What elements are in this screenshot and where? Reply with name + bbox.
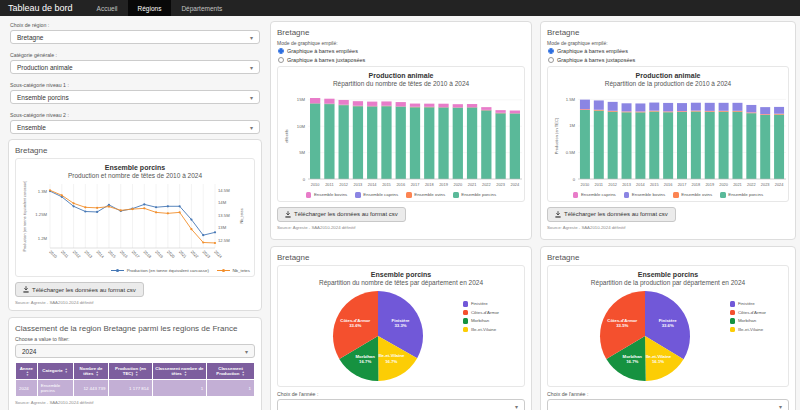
bar-segment xyxy=(353,106,363,179)
data-point xyxy=(61,194,63,196)
bar-segment xyxy=(746,105,756,112)
radio-selected-icon xyxy=(548,48,554,54)
legend-line-marker xyxy=(217,268,230,273)
column-header-classement-prod[interactable]: Classement Production▲▼ xyxy=(207,363,255,380)
data-point xyxy=(190,218,192,220)
download-csv-button[interactable]: Télécharger les données au format csv xyxy=(547,207,676,222)
y-tick-label: 0 xyxy=(573,177,576,182)
legend-item[interactable]: Finistère xyxy=(463,301,499,307)
chart-legend: FinistèreCôtes-d'ArmorMorbihanIlle-et-Vi… xyxy=(730,301,766,332)
legend-swatch xyxy=(573,192,579,198)
subcategory2-select[interactable]: Ensemble ▾ xyxy=(10,120,260,134)
tab-departements[interactable]: Départements xyxy=(171,0,232,16)
legend-item[interactable]: Finistère xyxy=(730,301,766,307)
column-header-annee[interactable]: Annee▲▼ xyxy=(16,363,38,380)
bar-segment xyxy=(580,100,590,109)
tab-accueil[interactable]: Accueil xyxy=(87,0,128,16)
legend-item[interactable]: Ensemble porcins xyxy=(720,192,763,198)
y-tick-label: 1.3M xyxy=(38,189,48,194)
region-select[interactable]: Bretagne ▾ xyxy=(10,30,260,44)
legend-item[interactable]: Ensemble porcins xyxy=(453,192,496,198)
bar-segment xyxy=(774,114,784,115)
legend-label: Morbihan xyxy=(738,318,756,323)
radio-stacked-bars[interactable]: Graphique à barres empilées xyxy=(278,48,525,54)
chevron-down-icon: ▾ xyxy=(779,403,782,410)
category-select[interactable]: Production animale ▾ xyxy=(10,60,260,74)
legend-line-marker xyxy=(111,268,124,273)
legend-item[interactable]: Côtes-d'Armor xyxy=(730,310,766,316)
subcategory2-select-value: Ensemble xyxy=(17,124,46,131)
radio-grouped-bars[interactable]: Graphique à barres juxtaposées xyxy=(278,57,525,63)
legend-item[interactable]: Ensemble ovins xyxy=(673,192,712,198)
legend-item[interactable]: Ensemble bovins xyxy=(306,192,347,198)
bar-segment xyxy=(691,111,701,112)
legend-swatch xyxy=(730,318,736,324)
download-csv-button[interactable]: Télécharger les données au format csv xyxy=(277,207,406,222)
legend-item[interactable]: Ensemble caprins xyxy=(573,192,616,198)
legend-item[interactable]: Ensemble bovins xyxy=(624,192,665,198)
x-tick-label: 2015 xyxy=(650,182,659,187)
bar-segment xyxy=(424,107,434,179)
sort-icon: ▲▼ xyxy=(184,371,187,377)
legend-item[interactable]: Côtes-d'Armor xyxy=(463,310,499,316)
chart-title: Production animale xyxy=(552,71,784,80)
tab-regions[interactable]: Régions xyxy=(128,0,172,16)
legend-label: Ille-et-Vilaine xyxy=(471,327,496,332)
data-point xyxy=(179,205,181,207)
column-header-categorie[interactable]: Categorie▲▼ xyxy=(37,363,73,380)
legend-item[interactable]: Ille-et-Vilaine xyxy=(463,327,499,333)
radio-stacked-bars[interactable]: Graphique à barres empilées xyxy=(548,48,789,54)
legend-item[interactable]: Production (en tonne équivalent carcasse… xyxy=(111,268,209,273)
year-select[interactable]: ▾ xyxy=(547,399,789,410)
bar-segment xyxy=(719,111,729,112)
y-tick-label: 12.5M xyxy=(218,238,230,243)
y-tick-label: 0 xyxy=(303,177,306,182)
radio-stacked-label: Graphique à barres empilées xyxy=(557,48,628,54)
legend-label: Ensemble bovins xyxy=(314,192,347,197)
legend-item[interactable]: Ille-et-Vilaine xyxy=(730,327,766,333)
subcategory1-select[interactable]: Ensemble porcins ▾ xyxy=(10,90,260,104)
bar-segment xyxy=(495,113,505,179)
pie-slice-name: Morbihan xyxy=(355,354,375,359)
y-tick-label: 14M xyxy=(218,200,227,205)
legend-item[interactable]: Ensemble caprins xyxy=(355,192,398,198)
year-select[interactable]: ▾ xyxy=(277,399,525,410)
data-point xyxy=(214,231,216,233)
bar-segment xyxy=(622,103,632,111)
radio-grouped-bars[interactable]: Graphique à barres juxtaposées xyxy=(548,57,789,63)
cell-nb-tetes: 12 443 739 xyxy=(73,380,109,397)
chart-legend: Ensemble caprinsEnsemble bovinsEnsemble … xyxy=(552,192,784,198)
legend-item[interactable]: Morbihan xyxy=(463,318,499,324)
pie-slice-percent: 33.6% xyxy=(349,323,361,328)
bar-segment xyxy=(622,112,632,113)
bar-segment xyxy=(381,101,391,105)
x-tick-label: 2020 xyxy=(719,182,728,187)
x-tick-label: 2024 xyxy=(213,249,223,259)
legend-item[interactable]: Ensemble ovins xyxy=(406,192,445,198)
legend-item[interactable]: Nb_tetes xyxy=(217,268,250,273)
data-point xyxy=(72,205,74,207)
data-point xyxy=(96,207,98,209)
bar-segment xyxy=(635,103,645,111)
x-tick-label: 2022 xyxy=(482,182,491,187)
bar-segment xyxy=(732,103,742,111)
bar-heads-panel: Bretagne Mode de graphique empilé: Graph… xyxy=(270,21,532,240)
bar-segment xyxy=(510,111,520,114)
pie-chart-box: Ensemble porcins Répartition du nombre d… xyxy=(277,265,525,387)
bar-segment xyxy=(677,112,687,179)
bar-segment xyxy=(481,110,491,179)
data-point xyxy=(202,241,204,243)
legend-item[interactable]: Morbihan xyxy=(730,318,766,324)
year-filter-select[interactable]: 2024 ▾ xyxy=(15,344,255,358)
line-chart: 2010201120122013201420152016201720182019… xyxy=(20,181,248,267)
download-csv-button[interactable]: Télécharger les données au format csv xyxy=(15,282,144,297)
column-header-classement-tetes[interactable]: Classement nombre de têtes▲▼ xyxy=(152,363,206,380)
bar-segment xyxy=(746,112,756,113)
chevron-down-icon: ▾ xyxy=(250,64,253,71)
subcategory2-select-label: Sous-catégorie niveau 2 : xyxy=(10,112,260,118)
column-header-nb-tetes[interactable]: Nombre de têtes▲▼ xyxy=(73,363,109,380)
bar-segment xyxy=(677,111,687,112)
column-header-production[interactable]: Production (en TEC)▲▼ xyxy=(109,363,152,380)
pie-chart-box: Ensemble porcins Répartition de la produ… xyxy=(547,265,789,387)
x-tick-label: 2021 xyxy=(733,182,742,187)
